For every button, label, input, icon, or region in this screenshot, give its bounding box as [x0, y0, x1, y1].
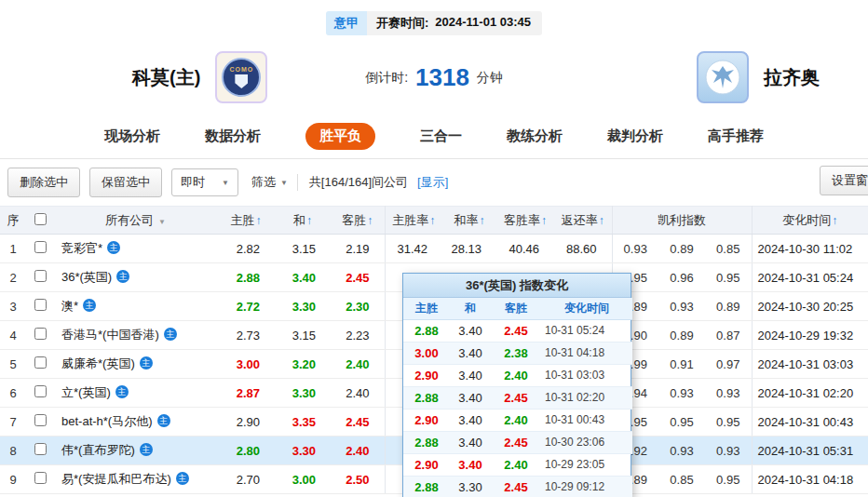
company-name[interactable]: 香港马*(中国香港)主: [54, 321, 217, 350]
row-checkbox[interactable]: [34, 270, 47, 282]
row-checkbox[interactable]: [34, 328, 47, 340]
tab-教练分析[interactable]: 教练分析: [507, 123, 563, 150]
popup-odds-value: 2.88: [403, 319, 450, 342]
tab-裁判分析[interactable]: 裁判分析: [607, 123, 663, 150]
company-name[interactable]: 易*(安提瓜和巴布达)主: [54, 465, 217, 494]
match-info-bar: 意甲 开赛时间: 2024-11-01 03:45: [0, 0, 868, 35]
caret-down-icon: ▼: [158, 218, 166, 226]
tab-胜平负[interactable]: 胜平负: [305, 123, 375, 150]
sort-asc-icon: ↑: [256, 214, 262, 227]
company-name[interactable]: 立*(英国)主: [54, 379, 217, 408]
sort-asc-icon: ↑: [832, 214, 837, 227]
start-time-label: 开赛时间:: [376, 15, 428, 32]
odds-value: 3.35: [275, 408, 331, 437]
popup-change-time: 10-31 05:24: [541, 319, 632, 342]
kelly-value: 0.93: [705, 437, 752, 465]
kelly-value: 0.95: [658, 408, 705, 437]
sort-asc-icon: ↑: [480, 214, 485, 227]
popup-row: 2.883.402.4510-31 02:20: [403, 386, 632, 409]
col-draw-rate[interactable]: 和率↑: [442, 207, 496, 235]
tab-高手推荐[interactable]: 高手推荐: [708, 123, 764, 150]
company-name[interactable]: bet-at-h*(马尔他)主: [54, 408, 217, 437]
start-time: 开赛时间: 2024-11-01 03:45: [367, 11, 542, 35]
tab-数据分析[interactable]: 数据分析: [205, 123, 261, 150]
popup-odds-value: 3.40: [450, 342, 491, 364]
odds-value: 2.87: [217, 379, 275, 408]
col-home-rate[interactable]: 主胜率↑: [385, 207, 442, 235]
sort-asc-icon: ↑: [367, 214, 373, 227]
row-index: 6: [0, 379, 26, 408]
instant-dropdown-label: 即时: [181, 174, 205, 191]
row-checkbox[interactable]: [34, 443, 47, 455]
row-checkbox[interactable]: [34, 299, 47, 311]
odds-value: 3.20: [275, 350, 331, 379]
company-name[interactable]: 36*(英国)主: [54, 263, 217, 292]
kelly-value: 0.93: [658, 437, 705, 465]
col-home-win[interactable]: 主胜↑: [217, 207, 275, 235]
select-all-checkbox[interactable]: [34, 213, 47, 225]
odds-value: 2.23: [331, 321, 385, 350]
row-checkbox[interactable]: [34, 414, 47, 426]
odds-value: 3.00: [275, 465, 331, 494]
odds-value: 2.70: [217, 465, 275, 494]
change-time: 2024-10-31 03:03: [752, 350, 868, 379]
col-index: 序: [0, 207, 26, 235]
instant-dropdown[interactable]: 即时 ▼: [171, 168, 238, 196]
col-draw[interactable]: 和↑: [275, 207, 331, 235]
company-count: 共[164/164]间公司: [309, 174, 408, 191]
company-badge-icon: 主: [140, 356, 153, 369]
odds-value: 3.00: [217, 350, 275, 379]
row-index: 8: [0, 437, 26, 465]
col-company[interactable]: 所有公司▼: [54, 207, 217, 235]
home-team-name: 科莫(主): [132, 65, 200, 90]
tab-三合一[interactable]: 三合一: [420, 123, 462, 150]
league-badge: 意甲: [326, 11, 367, 35]
row-checkbox[interactable]: [34, 472, 47, 484]
company-name[interactable]: 竞彩官*主: [54, 235, 217, 263]
company-name[interactable]: 澳*主: [54, 292, 217, 321]
kelly-value: 0.95: [705, 408, 752, 437]
lazio-eagle-icon: [704, 59, 741, 96]
row-checkbox[interactable]: [34, 356, 47, 369]
popup-odds-value: 3.40: [450, 431, 491, 453]
change-time: 2024-10-31 02:20: [752, 379, 868, 408]
odds-value: 2.40: [331, 437, 385, 465]
company-badge-icon: 主: [157, 414, 170, 427]
change-time: 2024-10-30 20:25: [752, 292, 868, 321]
settings-button[interactable]: 设置窗口: [820, 166, 868, 195]
odds-value: 2.40: [331, 350, 385, 379]
company-badge-icon: 主: [176, 472, 189, 485]
col-away-rate[interactable]: 客胜率↑: [496, 207, 554, 235]
company-name[interactable]: 威廉希*(英国)主: [54, 350, 217, 379]
keep-selected-button[interactable]: 保留选中: [89, 168, 162, 197]
rate-value: 40.46: [496, 235, 554, 263]
toolbar: 删除选中 保留选中 即时 ▼ 筛选 ▼ 共[164/164]间公司 [显示] 设…: [0, 159, 868, 206]
popup-change-time: 10-30 23:06: [541, 431, 632, 453]
countdown-unit: 分钟: [477, 70, 503, 87]
col-return-rate[interactable]: 返还率↑: [554, 207, 612, 235]
company-name[interactable]: 伟*(直布罗陀)主: [54, 437, 217, 465]
kelly-value: 0.97: [705, 350, 752, 379]
col-away-win[interactable]: 客胜↑: [331, 207, 385, 235]
filter-dropdown[interactable]: 筛选 ▼: [251, 174, 288, 191]
popup-odds-value: 2.40: [491, 409, 541, 431]
company-badge-icon: 主: [107, 241, 120, 254]
company-badge-icon: 主: [164, 328, 177, 341]
row-checkbox[interactable]: [34, 241, 47, 253]
delete-selected-button[interactable]: 删除选中: [7, 168, 80, 197]
como-shield-icon: [235, 74, 248, 88]
change-time: 2024-10-29 19:32: [752, 321, 868, 350]
col-change-time[interactable]: 变化时间↑: [752, 207, 868, 235]
tab-现场分析[interactable]: 现场分析: [104, 123, 160, 150]
popup-odds-value: 2.90: [403, 364, 450, 386]
popup-odds-value: 2.45: [491, 476, 541, 497]
popup-change-time: 10-29 09:12: [541, 476, 632, 497]
kelly-value: 0.89: [705, 292, 752, 321]
sort-asc-icon: ↑: [541, 214, 547, 227]
kelly-value: 0.93: [612, 235, 658, 263]
row-checkbox[interactable]: [34, 385, 47, 397]
table-row[interactable]: 1竞彩官*主2.823.152.1931.4228.1340.4688.600.…: [0, 235, 868, 263]
show-link[interactable]: [显示]: [417, 174, 448, 191]
kelly-value: 0.91: [658, 350, 705, 379]
change-time: 2024-10-31 05:24: [752, 263, 868, 292]
